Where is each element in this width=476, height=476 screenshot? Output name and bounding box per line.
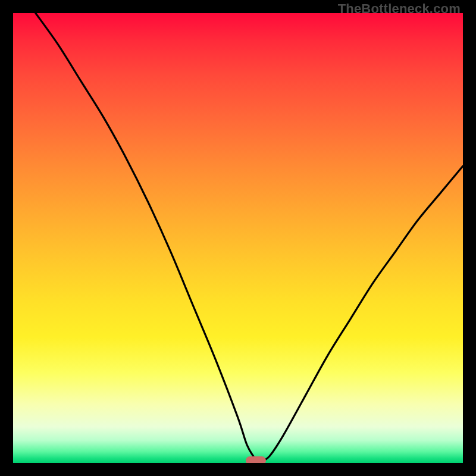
watermark-text: TheBottleneck.com (338, 1, 461, 17)
bottleneck-curve (13, 13, 463, 463)
optimal-point-marker (246, 456, 266, 463)
plot-area (13, 13, 463, 463)
chart-frame (13, 13, 463, 463)
